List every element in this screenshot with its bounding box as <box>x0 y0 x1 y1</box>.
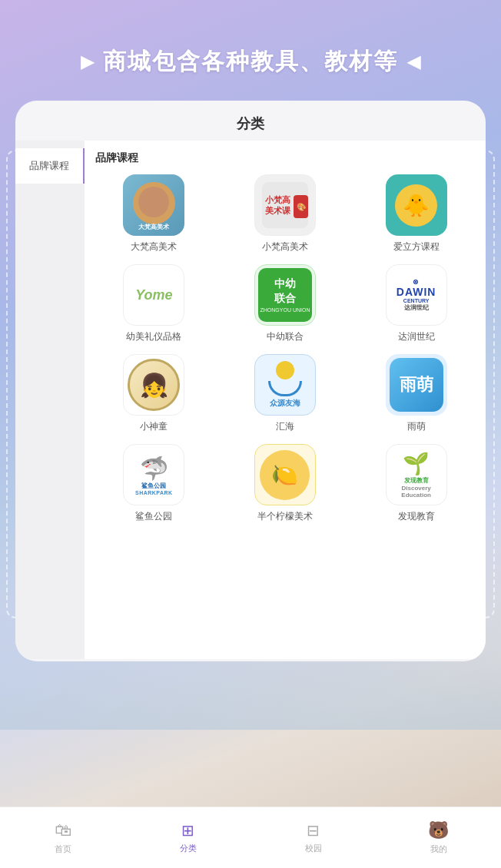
dawin-text: DAWIN <box>396 286 436 298</box>
tab-home[interactable]: 🛍 首页 <box>0 807 125 868</box>
arrow-right-icon: ◀ <box>407 52 420 72</box>
xiaofan-logo-icon: 🎨 <box>297 202 306 212</box>
tab-bar: 🛍 首页 ⊞ 分类 ⊟ 校园 🐻 我的 <box>0 807 501 868</box>
tab-home-label: 首页 <box>55 843 71 855</box>
brand-logo-discover: 🌱 发现教育 Discovery Education <box>386 444 447 505</box>
brand-name-dafan: 大梵高美术 <box>131 240 177 253</box>
huihai-waves <box>268 381 302 396</box>
dawin-cn: 达润世纪 <box>396 303 436 312</box>
mine-icon: 🐻 <box>428 820 449 840</box>
brand-logo-huihai: 众源友海 <box>254 354 316 416</box>
shark-emoji: 🦈 <box>140 455 168 482</box>
youmei-inner: Yome <box>135 287 172 303</box>
brand-name-lemon: 半个柠檬美术 <box>257 510 313 523</box>
brand-name-ailf: 爱立方课程 <box>393 240 440 253</box>
brand-item-dafan[interactable]: 大梵高美术 大梵高美术 <box>92 174 216 253</box>
brand-name-discover: 发现教育 <box>398 510 435 523</box>
zhongyou-text1: 中幼 <box>274 277 296 292</box>
brand-name-yumeng: 雨萌 <box>407 420 426 433</box>
xiaofan-brand: 小梵高美术课 <box>262 194 294 217</box>
brand-logo-xiaoshen: 👧 <box>123 354 184 416</box>
brand-logo-xiaofan: 小梵高美术课 🎨 <box>254 174 316 236</box>
brand-item-shark[interactable]: 🦈 鲨鱼公园 SHARKPARK 鲨鱼公园 <box>92 444 216 523</box>
zhongyou-text2: 联合 <box>274 291 296 306</box>
brand-item-lemon[interactable]: 🍋 半个柠檬美术 <box>224 444 347 523</box>
sidebar-item-brand-course[interactable]: 品牌课程 <box>15 148 85 184</box>
brand-item-xiaoshen[interactable]: 👧 小神童 <box>92 354 216 433</box>
shark-en: SHARKPARK <box>135 490 173 495</box>
brand-item-zhongyou[interactable]: 中幼 联合 ZHONGYOU UNION 中幼联合 <box>224 264 347 343</box>
discover-icon: 🌱 <box>387 451 446 476</box>
brand-logo-zhongyou: 中幼 联合 ZHONGYOU UNION <box>254 264 316 326</box>
xiaoshen-inner: 👧 <box>128 359 180 411</box>
tab-mine-label: 我的 <box>430 843 447 855</box>
brand-grid: 大梵高美术 大梵高美术 小梵高美术课 🎨 小梵高美术 <box>92 174 478 523</box>
brand-name-dawin: 达润世纪 <box>398 330 435 343</box>
main-card: 分类 品牌课程 品牌课程 大梵高美术 大梵高美术 <box>15 101 486 661</box>
xiaofan-logo-box: 🎨 <box>294 195 308 218</box>
brand-item-ailf[interactable]: 🐥 爱立方课程 <box>354 174 478 253</box>
brand-item-dawin[interactable]: ⊗ DAWIN CENTURY 达润世纪 达润世纪 <box>354 264 478 343</box>
discover-inner: 🌱 发现教育 Discovery Education <box>387 451 446 499</box>
ailf-circle: 🐥 <box>395 184 437 227</box>
brand-logo-dawin: ⊗ DAWIN CENTURY 达润世纪 <box>386 264 447 326</box>
brand-name-huihai: 汇海 <box>276 420 294 433</box>
brand-item-youmei[interactable]: Yome 幼美礼仪品格 <box>92 264 216 343</box>
xiaofan-inner: 小梵高美术课 🎨 <box>262 182 308 228</box>
dafan-face <box>138 187 169 217</box>
brand-item-discover[interactable]: 🌱 发现教育 Discovery Education 发现教育 <box>354 444 478 523</box>
brand-logo-youmei: Yome <box>123 264 184 326</box>
brand-name-zhongyou: 中幼联合 <box>267 330 304 343</box>
zhongyou-sub: ZHONGYOU UNION <box>260 306 310 314</box>
content-area: 品牌课程 大梵高美术 大梵高美术 小梵高美术课 <box>85 141 486 659</box>
lemon-inner: 🍋 <box>260 450 310 500</box>
category-icon: ⊞ <box>181 821 194 840</box>
card-title: 分类 <box>15 101 486 141</box>
section-title: 品牌课程 <box>92 151 478 165</box>
zhongyou-inner: 中幼 联合 ZHONGYOU UNION <box>258 268 312 322</box>
brand-name-xiaofan: 小梵高美术 <box>262 240 308 253</box>
brand-logo-shark: 🦈 鲨鱼公园 SHARKPARK <box>123 444 184 505</box>
xiaoshen-emoji: 👧 <box>140 372 168 399</box>
header-title: 商城包含各种教具、教材等 <box>103 46 398 78</box>
tab-category[interactable]: ⊞ 分类 <box>125 807 250 868</box>
arrow-left-icon: ▶ <box>81 52 94 72</box>
shark-text-group: 鲨鱼公园 SHARKPARK <box>135 482 173 495</box>
huihai-sun <box>276 361 294 379</box>
discover-en: Discovery Education <box>387 485 446 499</box>
dawin-icon: ⊗ <box>396 278 436 286</box>
home-icon: 🛍 <box>55 820 71 840</box>
brand-name-shark: 鲨鱼公园 <box>135 510 172 523</box>
header-banner: ▶ 商城包含各种教具、教材等 ◀ <box>0 0 501 93</box>
tab-category-label: 分类 <box>180 843 197 854</box>
brand-logo-yumeng: 雨萌 <box>386 354 447 416</box>
shark-inner: 🦈 鲨鱼公园 SHARKPARK <box>135 455 173 495</box>
shark-cn: 鲨鱼公园 <box>141 482 166 490</box>
dawin-century: CENTURY <box>396 298 436 303</box>
brand-name-xiaoshen: 小神童 <box>140 420 168 433</box>
brand-logo-lemon: 🍋 <box>254 444 316 505</box>
yumeng-inner: 雨萌 <box>390 358 443 412</box>
sidebar: 品牌课程 <box>15 141 85 659</box>
dawin-inner: ⊗ DAWIN CENTURY 达润世纪 <box>396 278 436 312</box>
campus-icon: ⊟ <box>307 821 320 840</box>
card-content: 品牌课程 品牌课程 大梵高美术 大梵高美术 <box>15 141 486 659</box>
brand-item-xiaofan[interactable]: 小梵高美术课 🎨 小梵高美术 <box>224 174 347 253</box>
brand-item-huihai[interactable]: 众源友海 汇海 <box>224 354 347 433</box>
discover-cn: 发现教育 <box>387 476 446 485</box>
tab-campus-label: 校园 <box>305 843 322 854</box>
brand-logo-ailf: 🐥 <box>386 174 447 236</box>
brand-name-youmei: 幼美礼仪品格 <box>126 330 181 343</box>
huihai-label: 众源友海 <box>270 398 300 409</box>
huihai-inner: 众源友海 <box>268 361 302 409</box>
brand-logo-dafan: 大梵高美术 <box>123 174 184 236</box>
dafan-text: 大梵高美术 <box>123 223 184 231</box>
tab-campus[interactable]: ⊟ 校园 <box>250 807 376 868</box>
tab-mine[interactable]: 🐻 我的 <box>376 807 501 868</box>
brand-item-yumeng[interactable]: 雨萌 雨萌 <box>354 354 478 433</box>
